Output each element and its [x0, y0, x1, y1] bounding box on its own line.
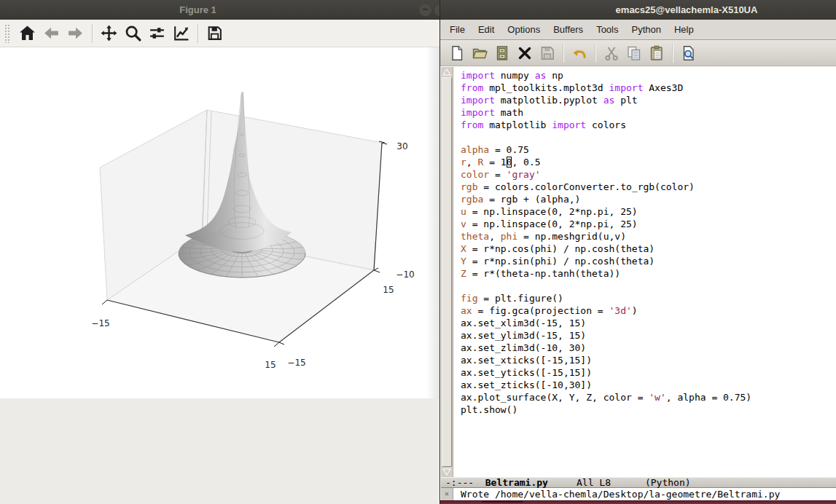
- toolbar-grip-handle[interactable]: [4, 24, 9, 43]
- z-tick-max: 30: [396, 141, 407, 151]
- code-line: plt.show(): [461, 403, 751, 416]
- modeline-position: All L8: [577, 477, 611, 488]
- save-buffer-button[interactable]: [536, 42, 558, 64]
- home-icon: [18, 24, 36, 42]
- scrollbar[interactable]: [441, 67, 453, 477]
- plot-canvas[interactable]: −15 15 −15 15 −10 30: [0, 47, 440, 398]
- arrow-right-icon: [66, 24, 85, 42]
- up-arrow-icon: [441, 67, 453, 77]
- code-line: u = np.linspace(0, 2*np.pi, 25): [461, 205, 751, 218]
- paste-button[interactable]: [645, 42, 668, 64]
- floppygray-icon: [539, 44, 556, 62]
- z-tick-min: −10: [396, 269, 414, 280]
- new-file-button[interactable]: [445, 42, 468, 64]
- x-tick-max: 15: [265, 360, 276, 370]
- emacs-window-title: emacs25@vellachemla-X510UA: [440, 0, 836, 20]
- home-button[interactable]: [15, 23, 39, 44]
- window-shadow: [426, 47, 440, 398]
- code-line: Y = r*np.sin(phi) / np.cosh(theta): [461, 255, 751, 267]
- code-line: from mpl_toolkits.mplot3d import Axes3D: [461, 82, 751, 94]
- cabinet-icon: [493, 44, 511, 62]
- code-line: alpha = 0.75: [461, 143, 751, 156]
- code-line: import numpy as np: [461, 69, 751, 82]
- code-line: import math: [461, 106, 751, 119]
- chart-icon: [172, 24, 190, 42]
- arrow-left-icon: [42, 24, 60, 42]
- code-line: Z = r*(theta-np.tanh(theta)): [461, 267, 751, 280]
- figure-window-title: Figure 1: [0, 0, 396, 20]
- toolbar-separator: [672, 44, 673, 63]
- modeline-flags: -:---: [445, 477, 474, 488]
- emacs-minibuffer[interactable]: ✕ Wrote /home/vella-chemla/Desktop/la-ge…: [441, 488, 836, 500]
- code-line: [461, 280, 751, 292]
- menu-help[interactable]: Help: [668, 20, 700, 39]
- code-line: theta, phi = np.meshgrid(u,v): [461, 230, 751, 243]
- undo-icon: [571, 44, 588, 62]
- background-window-text-fragment: [482, 501, 523, 503]
- code-line: r, R = 10, 0.5: [461, 156, 751, 168]
- emacs-menubar: FileEditOptionsBuffersToolsPythonHelp: [440, 20, 836, 40]
- minibuffer-hourglass-icon: ✕: [441, 488, 453, 500]
- figure-toolbar: [0, 20, 440, 47]
- x-tick-min: −15: [91, 318, 109, 328]
- paste-icon: [648, 44, 665, 62]
- modeline-major-mode: (Python): [645, 477, 691, 488]
- code-line: v = np.linspace(0, 2*np.pi, 25): [461, 218, 751, 230]
- back-button[interactable]: [39, 23, 63, 44]
- sliders-icon: [148, 24, 166, 42]
- kill-buffer-button[interactable]: [513, 42, 536, 64]
- code-line: rgb = colors.colorConverter.to_rgb(color…: [461, 181, 751, 193]
- code-line: X = r*np.cos(phi) / np.cosh(theta): [461, 243, 751, 255]
- save-figure-button[interactable]: [203, 23, 227, 44]
- minimize-button[interactable]: −: [418, 3, 432, 17]
- dired-button[interactable]: [491, 42, 513, 64]
- emacs-buffer-area[interactable]: import numpy as npfrom mpl_toolkits.mplo…: [441, 67, 836, 477]
- menu-tools[interactable]: Tools: [590, 20, 625, 39]
- pan-button[interactable]: [97, 23, 121, 44]
- toolbar-separator: [595, 44, 595, 63]
- code-line: ax.plot_surface(X, Y, Z, color = 'w', al…: [461, 391, 751, 403]
- code-editor[interactable]: import numpy as npfrom mpl_toolkits.mplo…: [461, 69, 751, 416]
- menu-edit[interactable]: Edit: [472, 20, 501, 39]
- y-tick-min: −15: [287, 358, 305, 368]
- open-icon: [471, 44, 488, 62]
- scrollbar-down-button[interactable]: [441, 467, 453, 477]
- pan-icon: [100, 24, 118, 42]
- copy-icon: [625, 44, 643, 62]
- code-line: ax.set_zticks([-10,30]): [461, 379, 751, 391]
- code-line: color = 'gray': [461, 168, 751, 181]
- menu-python[interactable]: Python: [625, 20, 667, 39]
- toolbar-separator: [198, 24, 198, 43]
- emacs-toolbar: [440, 40, 836, 66]
- copy-button[interactable]: [622, 42, 645, 64]
- pseudosphere-3d-plot: −15 15 −15 15 −10 30: [0, 47, 440, 398]
- scrollbar-thumb[interactable]: [442, 77, 452, 467]
- figure-titlebar[interactable]: Figure 1 −: [0, 0, 440, 20]
- code-line: [461, 131, 751, 143]
- code-line: ax.set_yticks([-15,15]): [461, 366, 751, 379]
- code-line: ax.set_zlim3d(-10, 30): [461, 342, 751, 354]
- code-line: from matplotlib import colors: [461, 119, 751, 131]
- cut-button[interactable]: [600, 42, 622, 64]
- menu-buffers[interactable]: Buffers: [547, 20, 590, 39]
- emacs-titlebar[interactable]: emacs25@vellachemla-X510UA: [440, 0, 836, 20]
- undo-button[interactable]: [568, 42, 590, 64]
- open-file-button[interactable]: [468, 42, 491, 64]
- maximize-button[interactable]: [434, 3, 440, 17]
- scrollbar-up-button[interactable]: [441, 67, 453, 77]
- cut-icon: [603, 44, 620, 62]
- menu-file[interactable]: File: [443, 20, 472, 39]
- zoom-button[interactable]: [121, 23, 145, 44]
- forward-button[interactable]: [63, 23, 87, 44]
- subplots-button[interactable]: [145, 23, 169, 44]
- emacs-window: emacs25@vellachemla-X510UA FileEditOptio…: [440, 0, 836, 504]
- down-arrow-icon: [441, 467, 453, 477]
- newfile-icon: [448, 44, 466, 62]
- searchdoc-icon: [680, 44, 698, 62]
- closex-icon: [516, 44, 534, 62]
- isearch-button[interactable]: [677, 42, 700, 64]
- menu-options[interactable]: Options: [501, 20, 547, 39]
- code-line: ax.set_xticks([-15,15]): [461, 354, 751, 366]
- customize-button[interactable]: [169, 23, 193, 44]
- code-line: import matplotlib.pyplot as plt: [461, 94, 751, 106]
